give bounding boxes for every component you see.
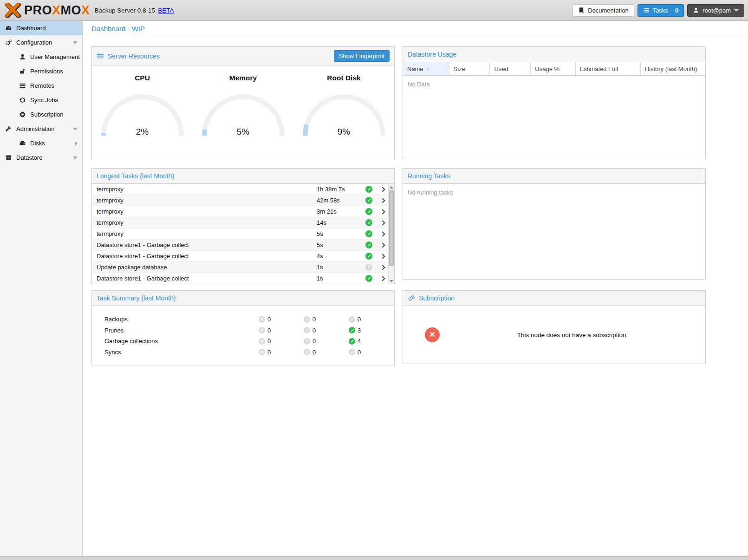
root-disk-gauge: Root Disk 9% bbox=[293, 74, 394, 138]
task-row[interactable]: termproxy 42m 58s bbox=[92, 195, 394, 206]
task-row[interactable]: termproxy 5s bbox=[92, 228, 394, 240]
longest-tasks-list: termproxy 1h 38m 7s termproxy 42m 58s te… bbox=[92, 184, 394, 284]
column-header-usage-pct[interactable]: Usage % bbox=[531, 62, 575, 75]
warning-count-icon bbox=[304, 327, 310, 333]
task-row[interactable]: termproxy 1h 38m 7s bbox=[92, 184, 394, 195]
chevron-right-icon[interactable] bbox=[75, 141, 78, 146]
documentation-button[interactable]: Documentation bbox=[572, 4, 634, 17]
product-version-label: Backup Server 0.8-15 bbox=[95, 7, 156, 14]
user-menu-button[interactable]: root@pam bbox=[687, 4, 744, 17]
gauge-value: 5% bbox=[200, 127, 286, 137]
status-ok-icon bbox=[365, 197, 372, 204]
refresh-icon bbox=[19, 97, 26, 104]
resource-bars-icon bbox=[97, 52, 104, 60]
sidebar-item-sync-jobs[interactable]: Sync Jobs bbox=[0, 93, 82, 107]
chevron-down-icon[interactable] bbox=[73, 156, 78, 159]
panel-title: Running Tasks bbox=[408, 172, 450, 180]
panel-title: Datastore Usage bbox=[408, 51, 456, 58]
task-row[interactable]: Datastore store1 - Garbage collect 1s bbox=[92, 273, 394, 284]
column-header-used[interactable]: Used bbox=[490, 62, 531, 75]
dashboard-content: Server Resources Show Fingerprint CPU 2%… bbox=[83, 37, 748, 556]
warning-count-icon bbox=[304, 338, 310, 345]
cpu-gauge: CPU 2% bbox=[92, 74, 193, 138]
ok-count-icon bbox=[349, 349, 355, 355]
tasks-count-badge: 0 bbox=[675, 7, 678, 14]
sidebar-item-label: Remotes bbox=[30, 82, 54, 89]
status-unknown-icon bbox=[365, 264, 372, 271]
column-header-size[interactable]: Size bbox=[449, 62, 490, 75]
proxmox-logo: PROXMOX bbox=[5, 3, 90, 18]
sidebar: Dashboard Configuration User Management … bbox=[0, 21, 83, 556]
chevron-down-icon bbox=[734, 9, 739, 12]
status-ok-icon bbox=[365, 275, 372, 282]
chevron-down-icon[interactable] bbox=[73, 128, 78, 130]
life-ring-icon bbox=[19, 111, 26, 118]
sidebar-item-label: Sync Jobs bbox=[30, 97, 58, 104]
status-ok-icon bbox=[365, 253, 372, 260]
summary-row: Garbage collections 0 0 4 bbox=[92, 336, 394, 347]
error-count-icon bbox=[259, 338, 265, 345]
tasks-button[interactable]: Tasks 0 bbox=[637, 4, 684, 17]
sort-arrow-up-icon: ↑ bbox=[427, 65, 430, 72]
show-fingerprint-button[interactable]: Show Fingerprint bbox=[334, 50, 390, 62]
subscription-message: This node does not have a subscription. bbox=[440, 332, 705, 339]
error-count-icon bbox=[259, 316, 265, 323]
column-header-estimated-full[interactable]: Estimated Full bbox=[576, 62, 641, 75]
column-header-history[interactable]: History (last Month) bbox=[641, 62, 705, 75]
no-data-label: No Data bbox=[403, 76, 705, 93]
task-row[interactable]: termproxy 3m 21s bbox=[92, 206, 394, 217]
panel-title: Subscription bbox=[419, 294, 455, 302]
task-row[interactable]: Datastore store1 - Garbage collect 5s bbox=[92, 240, 394, 251]
scroll-up-arrow[interactable] bbox=[389, 184, 394, 190]
task-row[interactable]: termproxy 14s bbox=[92, 217, 394, 228]
sidebar-item-datastore[interactable]: Datastore bbox=[0, 150, 82, 165]
sidebar-item-label: Administration bbox=[16, 125, 54, 132]
scrollbar-thumb[interactable] bbox=[389, 190, 394, 266]
sidebar-item-label: User Management bbox=[30, 53, 80, 60]
top-bar: PROXMOX Backup Server 0.8-15 BETA Docume… bbox=[0, 0, 748, 21]
hdd-icon bbox=[19, 140, 26, 147]
wrench-icon bbox=[5, 125, 12, 133]
panel-title: Longest Tasks (last Month) bbox=[97, 172, 174, 180]
sidebar-item-permissions[interactable]: Permissions bbox=[0, 64, 82, 78]
sidebar-item-label: Configuration bbox=[16, 39, 52, 46]
chevron-down-icon[interactable] bbox=[73, 41, 78, 44]
documentation-label: Documentation bbox=[588, 7, 628, 14]
server-resources-panel: Server Resources Show Fingerprint CPU 2%… bbox=[91, 46, 395, 159]
sidebar-item-dashboard[interactable]: Dashboard bbox=[0, 21, 82, 35]
book-icon bbox=[578, 7, 585, 13]
page-title-bar: Dashboard - WIP bbox=[83, 21, 748, 36]
no-subscription-error-icon bbox=[425, 327, 440, 342]
column-header-name[interactable]: Name ↑ bbox=[403, 62, 449, 75]
datastore-usage-header: Datastore Usage bbox=[403, 47, 705, 62]
proxmox-wordmark: PROXMOX bbox=[24, 3, 90, 18]
longest-tasks-panel: Longest Tasks (last Month) termproxy 1h … bbox=[91, 168, 395, 284]
sidebar-item-label: Subscription bbox=[30, 111, 64, 118]
sidebar-item-disks[interactable]: Disks bbox=[0, 136, 82, 150]
warning-count-icon bbox=[304, 349, 310, 355]
gears-icon bbox=[5, 39, 12, 46]
user-icon bbox=[19, 53, 26, 61]
sidebar-item-remotes[interactable]: Remotes bbox=[0, 78, 82, 93]
sidebar-item-configuration[interactable]: Configuration bbox=[0, 35, 82, 50]
ok-count-icon bbox=[349, 338, 355, 345]
gauges-row: CPU 2% Memory 5% bbox=[92, 65, 394, 138]
vertical-scrollbar[interactable] bbox=[388, 184, 394, 284]
datastore-usage-column-headers: Name ↑ Size Used Usage % Estimated Full … bbox=[403, 62, 705, 76]
beta-link[interactable]: BETA bbox=[158, 7, 174, 14]
task-row[interactable]: Datastore store1 - Garbage collect 4s bbox=[92, 251, 394, 262]
sidebar-item-administration[interactable]: Administration bbox=[0, 122, 82, 136]
panel-title: Server Resources bbox=[108, 52, 160, 60]
sidebar-item-user-management[interactable]: User Management bbox=[0, 50, 82, 64]
sidebar-item-subscription[interactable]: Subscription bbox=[0, 107, 82, 122]
summary-row: Prunes 0 0 3 bbox=[92, 325, 394, 336]
running-tasks-header: Running Tasks bbox=[403, 169, 705, 184]
unlock-icon bbox=[19, 68, 26, 75]
tasks-label: Tasks bbox=[653, 7, 668, 14]
sidebar-item-label: Permissions bbox=[30, 68, 63, 75]
summary-row: Syncs 0 0 0 bbox=[92, 347, 394, 358]
scroll-down-arrow[interactable] bbox=[389, 278, 394, 284]
task-row[interactable]: Update package database 1s bbox=[92, 262, 394, 273]
no-running-tasks-label: No running tasks bbox=[403, 184, 705, 201]
task-list-icon bbox=[643, 7, 650, 13]
